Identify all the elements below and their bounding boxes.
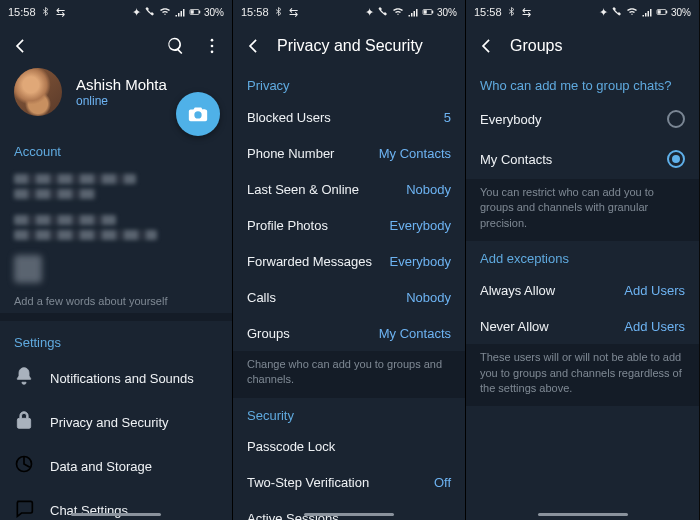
- account-redacted: [0, 165, 232, 295]
- row-value: My Contacts: [379, 146, 451, 161]
- signal-icon: [641, 6, 653, 18]
- back-button[interactable]: [474, 34, 498, 58]
- list-row[interactable]: Always AllowAdd Users: [466, 272, 699, 308]
- page-title: Privacy and Security: [277, 37, 423, 55]
- status-time: 15:58: [474, 6, 502, 18]
- battery-icon: [189, 6, 201, 18]
- row-label: Profile Photos: [247, 218, 374, 233]
- app-bar: [0, 24, 232, 68]
- row-label: Privacy and Security: [50, 415, 218, 430]
- status-misc-icon: ✦: [599, 6, 608, 19]
- option-label: My Contacts: [480, 152, 651, 167]
- status-misc-icon: ✦: [365, 6, 374, 19]
- about-hint: Add a few words about yourself: [0, 295, 232, 313]
- back-button[interactable]: [8, 34, 32, 58]
- list-row[interactable]: Never AllowAdd Users: [466, 308, 699, 344]
- bluetooth-icon: [273, 6, 285, 18]
- wifi-icon: [626, 6, 638, 18]
- row-label: Last Seen & Online: [247, 182, 390, 197]
- phone-icon: [611, 6, 623, 18]
- row-label: Calls: [247, 290, 390, 305]
- security-list: Passcode LockTwo-Step VerificationOffAct…: [233, 429, 465, 520]
- profile-name: Ashish Mohta: [76, 76, 167, 93]
- row-label: Phone Number: [247, 146, 363, 161]
- option-label: Everybody: [480, 112, 651, 127]
- row-label: Forwarded Messages: [247, 254, 374, 269]
- radio-icon: [667, 110, 685, 128]
- status-bar: 15:58 ⇆ ✦ 30%: [0, 0, 232, 24]
- phone-icon: [377, 6, 389, 18]
- app-bar: Privacy and Security: [233, 24, 465, 68]
- row-value: Everybody: [390, 218, 451, 233]
- radio-option[interactable]: Everybody: [466, 99, 699, 139]
- settings-row[interactable]: Data and Storage: [0, 444, 232, 488]
- settings-list: Notifications and SoundsPrivacy and Secu…: [0, 356, 232, 520]
- row-label: Never Allow: [480, 319, 608, 334]
- status-misc-icon: ⇆: [56, 6, 65, 19]
- wifi-icon: [392, 6, 404, 18]
- camera-icon: [187, 103, 209, 125]
- row-value: My Contacts: [379, 326, 451, 341]
- privacy-list: Blocked Users5Phone NumberMy ContactsLas…: [233, 99, 465, 351]
- status-misc-icon: ✦: [132, 6, 141, 19]
- page-title: Groups: [510, 37, 562, 55]
- section-label-who: Who can add me to group chats?: [466, 68, 699, 99]
- screen-settings-root: 15:58 ⇆ ✦ 30% Ashish Mohta online: [0, 0, 233, 520]
- list-row[interactable]: Passcode Lock: [233, 429, 465, 465]
- row-value: Add Users: [624, 319, 685, 334]
- bluetooth-icon: [506, 6, 518, 18]
- list-row[interactable]: Two-Step VerificationOff: [233, 465, 465, 501]
- row-label: Groups: [247, 326, 363, 341]
- status-bar: 15:58 ⇆ ✦ 30%: [466, 0, 699, 24]
- who-hint: You can restrict who can add you to grou…: [466, 179, 699, 241]
- signal-icon: [407, 6, 419, 18]
- profile-header: Ashish Mohta online: [0, 68, 232, 130]
- radio-option[interactable]: My Contacts: [466, 139, 699, 179]
- bluetooth-icon: [40, 6, 52, 18]
- phone-icon: [144, 6, 156, 18]
- list-row[interactable]: CallsNobody: [233, 279, 465, 315]
- status-misc-icon: ⇆: [522, 6, 531, 19]
- divider: [0, 313, 232, 321]
- row-label: Notifications and Sounds: [50, 371, 218, 386]
- battery-icon: [422, 6, 434, 18]
- settings-row[interactable]: Notifications and Sounds: [0, 356, 232, 400]
- list-row[interactable]: Forwarded MessagesEverybody: [233, 243, 465, 279]
- battery-percent: 30%: [204, 7, 224, 18]
- list-row[interactable]: Phone NumberMy Contacts: [233, 135, 465, 171]
- row-value: Off: [434, 475, 451, 490]
- row-label: Data and Storage: [50, 459, 218, 474]
- row-label: Two-Step Verification: [247, 475, 418, 490]
- nav-bar: [0, 513, 232, 516]
- privacy-hint: Change who can add you to groups and cha…: [233, 351, 465, 398]
- back-button[interactable]: [241, 34, 265, 58]
- list-row[interactable]: Blocked Users5: [233, 99, 465, 135]
- section-label-settings: Settings: [0, 321, 232, 356]
- nav-bar: [233, 513, 465, 516]
- bell-icon: [14, 366, 34, 390]
- status-bar: 15:58 ⇆ ✦ 30%: [233, 0, 465, 24]
- section-label-security: Security: [233, 398, 465, 429]
- change-photo-button[interactable]: [176, 92, 220, 136]
- list-row[interactable]: Active Sessions: [233, 501, 465, 520]
- row-value: 5: [444, 110, 451, 125]
- chart-icon: [14, 454, 34, 478]
- search-button[interactable]: [164, 34, 188, 58]
- status-time: 15:58: [8, 6, 36, 18]
- more-button[interactable]: [200, 34, 224, 58]
- nav-bar: [466, 513, 699, 516]
- exceptions-list: Always AllowAdd UsersNever AllowAdd User…: [466, 272, 699, 344]
- screen-privacy-security: 15:58 ⇆ ✦ 30% Privacy and Security Priva…: [233, 0, 466, 520]
- settings-row[interactable]: Privacy and Security: [0, 400, 232, 444]
- list-row[interactable]: GroupsMy Contacts: [233, 315, 465, 351]
- who-options: EverybodyMy Contacts: [466, 99, 699, 179]
- battery-icon: [656, 6, 668, 18]
- wifi-icon: [159, 6, 171, 18]
- section-label-exceptions: Add exceptions: [466, 241, 699, 272]
- list-row[interactable]: Last Seen & OnlineNobody: [233, 171, 465, 207]
- list-row[interactable]: Profile PhotosEverybody: [233, 207, 465, 243]
- section-label-privacy: Privacy: [233, 68, 465, 99]
- exceptions-hint: These users will or will not be able to …: [466, 344, 699, 406]
- avatar[interactable]: [14, 68, 62, 116]
- profile-status: online: [76, 94, 167, 108]
